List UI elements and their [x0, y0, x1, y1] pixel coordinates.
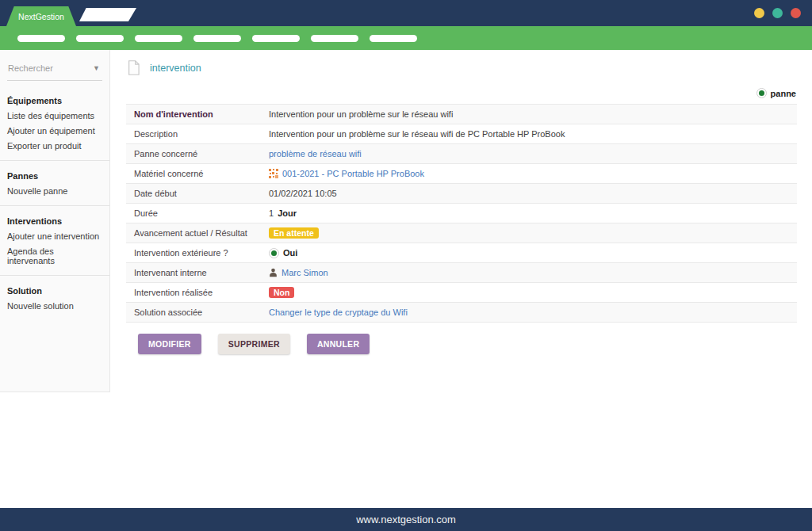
qrcode-icon [269, 169, 278, 178]
row-label: Durée [126, 208, 269, 218]
brand-label: NextGestion [18, 12, 64, 21]
sidebar-item[interactable]: Ajouter une intervention [7, 228, 102, 243]
row-value: Changer le type de cryptage du Wifi [269, 308, 797, 317]
window-dot[interactable] [791, 8, 801, 18]
table-row: Intervenant interneMarc Simon [126, 263, 797, 283]
action-buttons: MODIFIERSUPPRIMERANNULER [138, 334, 370, 354]
chevron-down-icon[interactable]: ▼ [93, 64, 100, 72]
user-icon [269, 268, 278, 277]
window-dot[interactable] [754, 8, 764, 18]
page-header: intervention [128, 60, 201, 75]
status-badge: En attente [269, 227, 319, 239]
row-value: 01/02/2021 10:05 [269, 189, 797, 198]
row-value: Intervention pour un problème sur le rés… [269, 129, 797, 139]
sidebar-item[interactable]: Nouvelle solution [7, 298, 102, 313]
row-value: En attente [269, 227, 797, 239]
sidebar-item[interactable]: Ajouter un équipement [7, 123, 102, 138]
table-row: Matériel concerné001-2021 - PC Portable … [126, 164, 797, 184]
window-dot[interactable] [772, 8, 783, 18]
sidebar-section: ÉquipementsListe des équipementsAjouter … [7, 87, 102, 153]
inactive-tab[interactable] [79, 8, 136, 21]
panne-legend: panne [756, 88, 796, 98]
row-label: Intervenant interne [126, 268, 269, 277]
sidebar-item[interactable]: Exporter un produit [7, 138, 102, 153]
radio-dot-icon [269, 248, 279, 258]
panne-legend-label: panne [771, 89, 796, 98]
row-label: Date début [126, 189, 269, 198]
row-label: Panne concerné [126, 149, 269, 159]
nav-pill-row [0, 26, 812, 50]
nav-pill[interactable] [370, 35, 417, 42]
sidebar-section-title: Équipements [7, 92, 102, 108]
nav-pill[interactable] [135, 35, 182, 42]
table-row: DescriptionIntervention pour un problème… [126, 124, 797, 144]
row-value: 1 Jour [269, 208, 797, 218]
link-value[interactable]: Marc Simon [282, 268, 328, 277]
sidebar-sections: ÉquipementsListe des équipementsAjouter … [7, 87, 102, 313]
sidebar-section: SolutionNouvelle solution [0, 275, 109, 313]
nav-pill[interactable] [17, 35, 65, 42]
row-label: Intervention réalisée [126, 288, 269, 297]
link-value[interactable]: 001-2021 - PC Portable HP ProBook [282, 169, 424, 178]
row-label: Intervention extérieure ? [126, 248, 269, 258]
table-row: Avancement actuel / RésultatEn attente [126, 223, 797, 243]
brand-tab[interactable]: NextGestion [6, 6, 76, 26]
table-row: Durée1 Jour [126, 204, 797, 223]
nav-pill[interactable] [193, 35, 241, 42]
sidebar-section-title: Pannes [7, 167, 102, 183]
table-row: Solution associéeChanger le type de cryp… [126, 303, 797, 323]
link-value[interactable]: problème de réseau wifi [269, 149, 362, 159]
sidebar-section: InterventionsAjouter une interventionAge… [0, 205, 109, 268]
sidebar-item[interactable]: Liste des équipements [7, 108, 102, 123]
row-value: Oui [269, 248, 797, 258]
nav-pill[interactable] [311, 35, 358, 42]
status-badge: Non [269, 287, 294, 299]
table-row: Nom d'interventionIntervention pour un p… [126, 105, 797, 124]
row-label: Avancement actuel / Résultat [126, 228, 269, 238]
row-label: Nom d'intervention [126, 109, 269, 119]
nav-pill[interactable] [252, 35, 300, 42]
modifier-button[interactable]: MODIFIER [138, 334, 201, 354]
document-icon [128, 60, 140, 75]
row-value: Intervention pour un problème sur le rés… [269, 109, 797, 119]
table-row: Intervention extérieure ?Oui [126, 243, 797, 263]
link-value[interactable]: Changer le type de cryptage du Wifi [269, 308, 408, 317]
sidebar-section: PannesNouvelle panne [0, 160, 109, 198]
sidebar-item[interactable]: Agenda des intervenants [7, 243, 102, 268]
top-bar: NextGestion [0, 0, 812, 26]
annuler-button[interactable]: ANNULER [307, 334, 370, 354]
row-value: Non [269, 287, 797, 299]
table-row: Intervention réaliséeNon [126, 283, 797, 303]
table-row: Panne concernéproblème de réseau wifi [126, 144, 797, 164]
footer-url: www.nextgestion.com [356, 514, 456, 525]
main-content: intervention panne Nom d'interventionInt… [111, 50, 812, 508]
row-label: Matériel concerné [126, 169, 269, 178]
row-label: Solution associée [126, 308, 269, 317]
row-value: problème de réseau wifi [269, 149, 797, 159]
nav-pill[interactable] [76, 35, 124, 42]
supprimer-button[interactable]: SUPPRIMER [218, 334, 290, 354]
footer-bar: www.nextgestion.com [0, 508, 812, 531]
row-label: Description [126, 129, 269, 139]
panne-dot-icon [756, 88, 767, 98]
page-title: intervention [150, 63, 201, 74]
sidebar-section-title: Interventions [7, 212, 102, 228]
window-dots [754, 8, 801, 18]
intervention-detail-table: Nom d'interventionIntervention pour un p… [126, 104, 797, 323]
app-window: NextGestion Rechercher ▼ ÉquipementsList… [0, 0, 812, 531]
sidebar-section-title: Solution [7, 282, 102, 298]
row-value: Marc Simon [269, 268, 797, 277]
sidebar: Rechercher ▼ ÉquipementsListe des équipe… [0, 50, 110, 392]
sidebar-item[interactable]: Nouvelle panne [7, 183, 102, 198]
row-value: 001-2021 - PC Portable HP ProBook [269, 169, 797, 178]
table-row: Date début01/02/2021 10:05 [126, 184, 797, 204]
search-input[interactable]: Rechercher ▼ [7, 62, 102, 81]
search-placeholder: Rechercher [8, 63, 53, 73]
